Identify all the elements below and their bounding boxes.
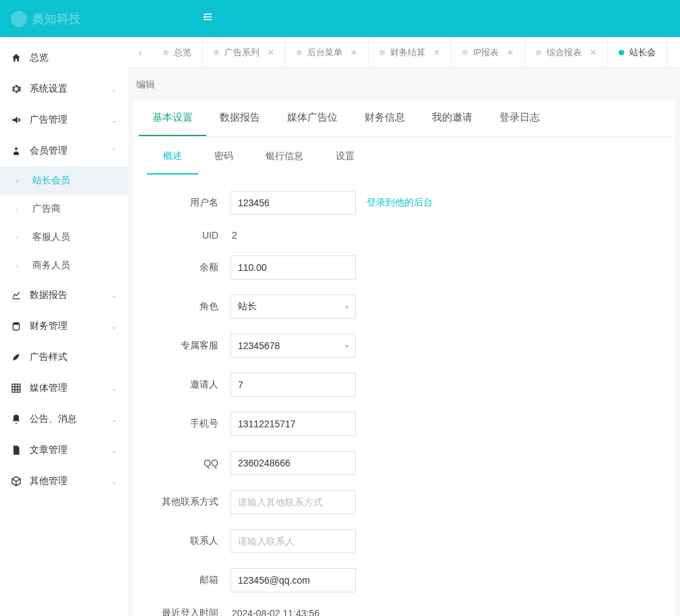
close-icon[interactable]: ✕ xyxy=(268,48,274,57)
chevron-down-icon: ⌄ xyxy=(111,85,117,94)
leaf-icon xyxy=(11,352,22,363)
nav-overview[interactable]: 总览 xyxy=(0,42,128,73)
nav-member-management[interactable]: 会员管理 ⌃ xyxy=(0,135,128,166)
nav-label: 媒体管理 xyxy=(30,382,67,394)
tab-dot-icon xyxy=(163,50,168,55)
chevron-down-icon: ⌄ xyxy=(111,415,117,424)
nav-label: 系统设置 xyxy=(30,83,67,95)
nav-media-management[interactable]: 媒体管理 ⌄ xyxy=(0,373,128,404)
nav-other-management[interactable]: 其他管理 ⌄ xyxy=(0,466,128,497)
logo: 奥知科技 xyxy=(11,11,81,27)
nav-sub-label: 广告商 xyxy=(32,203,61,215)
select-role[interactable]: 站长 ▾ xyxy=(230,295,356,319)
main-tab-finance-info[interactable]: 财务信息 xyxy=(351,100,419,136)
input-balance[interactable] xyxy=(230,255,356,280)
main-area: ‹ 总览 广告系列✕ 后台菜单✕ 财务结算✕ IP报表✕ 综合报表✕ 站长会 编… xyxy=(128,37,680,616)
tab-ad-series[interactable]: 广告系列✕ xyxy=(203,37,286,68)
sub-tab-bank-info[interactable]: 银行信息 xyxy=(249,140,319,175)
main-tab-basic-settings[interactable]: 基本设置 xyxy=(139,100,206,136)
tab-label: 财务结算 xyxy=(390,47,425,59)
tab-dot-icon xyxy=(297,50,302,55)
chevron-down-icon: ⌄ xyxy=(111,322,117,331)
label-inviter: 邀请人 xyxy=(150,379,230,391)
nav-label: 财务管理 xyxy=(30,320,67,332)
nav-sub-sales-staff[interactable]: › 商务人员 xyxy=(0,251,128,280)
nav-sub-advertiser[interactable]: › 广告商 xyxy=(0,195,128,223)
megaphone-icon xyxy=(11,115,22,125)
sidebar-collapse-button[interactable] xyxy=(202,11,213,26)
label-uid: UID xyxy=(150,230,230,241)
document-icon xyxy=(11,445,22,456)
close-icon[interactable]: ✕ xyxy=(350,48,357,57)
grid-icon xyxy=(11,383,22,394)
main-tab-media-ad-slot[interactable]: 媒体广告位 xyxy=(274,100,351,136)
nav-label: 数据报告 xyxy=(30,289,67,301)
main-tabs: 基本设置 数据报告 媒体广告位 财务信息 我的邀请 登录日志 xyxy=(133,100,675,137)
tab-overview[interactable]: 总览 xyxy=(152,37,203,68)
tab-comprehensive-report[interactable]: 综合报表✕ xyxy=(525,37,608,68)
input-username[interactable] xyxy=(230,191,356,215)
input-inviter[interactable] xyxy=(230,373,356,397)
login-to-backend-link[interactable]: 登录到他的后台 xyxy=(367,197,433,209)
input-qq[interactable] xyxy=(230,451,356,475)
nav-label: 文章管理 xyxy=(30,444,67,456)
tab-label: 后台菜单 xyxy=(307,47,342,59)
user-icon xyxy=(11,146,22,156)
sub-tab-settings[interactable]: 设置 xyxy=(319,140,371,175)
tab-dot-icon xyxy=(619,50,624,55)
input-contact-person[interactable] xyxy=(230,529,356,553)
input-phone[interactable] xyxy=(230,412,356,436)
main-tab-my-invitation[interactable]: 我的邀请 xyxy=(419,100,486,136)
panel: 基本设置 数据报告 媒体广告位 财务信息 我的邀请 登录日志 概述 密码 银行信… xyxy=(133,100,675,616)
close-icon[interactable]: ✕ xyxy=(507,48,514,57)
chevron-down-icon: ▾ xyxy=(345,342,348,350)
nav-label: 广告样式 xyxy=(30,351,67,363)
chevron-right-icon: › xyxy=(16,206,23,213)
nav-ad-style[interactable]: 广告样式 xyxy=(0,342,128,373)
tab-scroll-left[interactable]: ‹ xyxy=(128,47,152,58)
nav-finance-management[interactable]: 财务管理 ⌄ xyxy=(0,311,128,342)
tab-label: 总览 xyxy=(174,47,191,59)
gear-icon xyxy=(11,84,22,94)
close-icon[interactable]: ✕ xyxy=(433,48,440,57)
value-last-login: 2024-08-02 11:43:56 xyxy=(230,608,319,616)
nav-notice-message[interactable]: 公告、消息 ⌄ xyxy=(0,404,128,435)
sub-tab-overview[interactable]: 概述 xyxy=(147,140,198,175)
nav-system-settings[interactable]: 系统设置 ⌄ xyxy=(0,73,128,104)
label-email: 邮箱 xyxy=(150,574,230,586)
chevron-down-icon: ⌄ xyxy=(111,384,117,393)
nav-data-report[interactable]: 数据报告 ⌄ xyxy=(0,280,128,311)
label-phone: 手机号 xyxy=(150,418,230,430)
svg-point-0 xyxy=(15,148,18,150)
tab-finance-settlement[interactable]: 财务结算✕ xyxy=(369,37,452,68)
close-icon[interactable]: ✕ xyxy=(590,48,596,57)
main-tab-login-log[interactable]: 登录日志 xyxy=(486,100,553,136)
tab-backend-menu[interactable]: 后台菜单✕ xyxy=(286,37,369,68)
chevron-up-icon: ⌃ xyxy=(111,147,117,156)
label-contact-person: 联系人 xyxy=(150,535,230,547)
nav-sub-label: 站长会员 xyxy=(32,175,70,187)
nav-sub-label: 商务人员 xyxy=(32,259,70,272)
select-support-value: 12345678 xyxy=(238,340,280,351)
label-support: 专属客服 xyxy=(150,340,230,352)
nav-label: 会员管理 xyxy=(30,145,67,157)
tab-dot-icon xyxy=(462,50,468,55)
nav-label: 公告、消息 xyxy=(30,413,77,425)
main-tab-data-report[interactable]: 数据报告 xyxy=(206,100,274,136)
input-other-contact[interactable] xyxy=(230,490,356,514)
nav-label: 总览 xyxy=(30,52,49,64)
chevron-right-icon: › xyxy=(16,262,23,270)
tab-webmaster-member[interactable]: 站长会 xyxy=(608,37,667,68)
nav-sub-webmaster[interactable]: › 站长会员 xyxy=(0,166,128,195)
nav-label: 其他管理 xyxy=(30,475,67,487)
tab-ip-report[interactable]: IP报表✕ xyxy=(452,37,525,68)
nav-article-management[interactable]: 文章管理 ⌄ xyxy=(0,435,128,466)
sub-tab-password[interactable]: 密码 xyxy=(198,140,249,175)
nav-sub-support-staff[interactable]: › 客服人员 xyxy=(0,223,128,251)
select-support[interactable]: 12345678 ▾ xyxy=(230,334,356,358)
input-email[interactable] xyxy=(230,568,356,592)
sub-tabs: 概述 密码 银行信息 设置 xyxy=(133,137,675,175)
form-overview: 用户名 登录到他的后台 UID 2 余额 角色 xyxy=(133,175,675,616)
nav-ad-management[interactable]: 广告管理 ⌄ xyxy=(0,104,128,135)
logo-text: 奥知科技 xyxy=(32,11,81,27)
